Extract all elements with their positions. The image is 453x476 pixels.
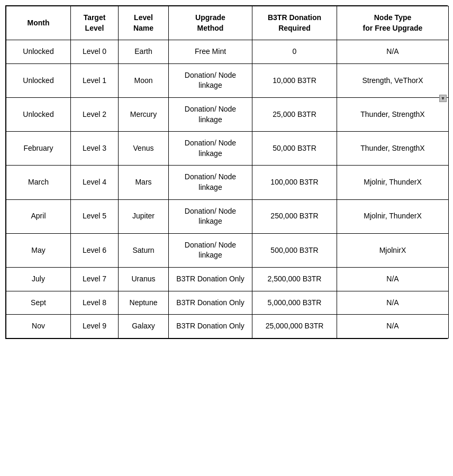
cell-donation: 250,000 B3TR [252, 199, 337, 233]
cell-upgrade: Donation/ Node linkage [169, 97, 252, 131]
header-target-level: TargetLevel [71, 6, 119, 40]
cell-nodetype: MjolnirX [337, 233, 449, 267]
cell-upgrade: Donation/ Node linkage [169, 233, 252, 267]
cell-name: Neptune [119, 291, 169, 315]
header-upgrade-method-label: UpgradeMethod [195, 13, 225, 32]
cell-donation: 25,000,000 B3TR [252, 315, 337, 338]
cell-month: July [6, 267, 71, 291]
header-month-label: Month [28, 19, 50, 27]
cell-name: Uranus [119, 267, 169, 291]
header-b3tr-donation: B3TR DonationRequired [252, 6, 337, 40]
upgrade-table-wrapper: ▼ Month TargetLevel LevelName UpgradeMet… [5, 5, 448, 339]
table-row: SeptLevel 8NeptuneB3TR Donation Only5,00… [6, 291, 449, 315]
cell-month: Sept [6, 291, 71, 315]
cell-donation: 10,000 B3TR [252, 63, 337, 97]
table-row: UnlockedLevel 2MercuryDonation/ Node lin… [6, 97, 449, 131]
cell-level: Level 3 [71, 132, 119, 166]
cell-upgrade: Donation/ Node linkage [169, 63, 252, 97]
cell-level: Level 7 [71, 267, 119, 291]
cell-level: Level 6 [71, 233, 119, 267]
cell-nodetype: Thunder, StrengthX [337, 132, 449, 166]
cell-month: Unlocked [6, 63, 71, 97]
header-node-type: Node Typefor Free Upgrade [337, 6, 449, 40]
cell-upgrade: Free Mint [169, 40, 252, 64]
cell-donation: 500,000 B3TR [252, 233, 337, 267]
cell-month: May [6, 233, 71, 267]
table-row: MayLevel 6SaturnDonation/ Node linkage50… [6, 233, 449, 267]
cell-month: Unlocked [6, 97, 71, 131]
cell-upgrade: B3TR Donation Only [169, 267, 252, 291]
table-row: UnlockedLevel 0EarthFree Mint0N/A [6, 40, 449, 64]
cell-donation: 25,000 B3TR [252, 97, 337, 131]
cell-month: Nov [6, 315, 71, 338]
cell-donation: 5,000,000 B3TR [252, 291, 337, 315]
header-level-name-label: LevelName [133, 13, 153, 32]
cell-nodetype: N/A [337, 40, 449, 64]
table-row: FebruaryLevel 3VenusDonation/ Node linka… [6, 132, 449, 166]
table-row: JulyLevel 7UranusB3TR Donation Only2,500… [6, 267, 449, 291]
cell-name: Earth [119, 40, 169, 64]
cell-donation: 0 [252, 40, 337, 64]
cell-level: Level 2 [71, 97, 119, 131]
cell-level: Level 4 [71, 166, 119, 199]
header-b3tr-donation-label: B3TR DonationRequired [268, 13, 321, 32]
cell-donation: 100,000 B3TR [252, 166, 337, 199]
table-row: UnlockedLevel 1MoonDonation/ Node linkag… [6, 63, 449, 97]
table-row: NovLevel 9GalaxyB3TR Donation Only25,000… [6, 315, 449, 338]
header-level-name: LevelName [119, 6, 169, 40]
cell-upgrade: Donation/ Node linkage [169, 199, 252, 233]
cell-upgrade: Donation/ Node linkage [169, 132, 252, 166]
cell-upgrade: B3TR Donation Only [169, 315, 252, 338]
cell-name: Galaxy [119, 315, 169, 338]
cell-donation: 50,000 B3TR [252, 132, 337, 166]
cell-month: Unlocked [6, 40, 71, 64]
cell-name: Mars [119, 166, 169, 199]
cell-level: Level 9 [71, 315, 119, 338]
cell-nodetype: N/A [337, 267, 449, 291]
cell-level: Level 5 [71, 199, 119, 233]
cell-nodetype: Strength, VeThorX [337, 63, 449, 97]
cell-month: March [6, 166, 71, 199]
scrollbar-down-icon[interactable]: ▼ [439, 95, 447, 102]
cell-month: April [6, 199, 71, 233]
table-row: AprilLevel 5JupiterDonation/ Node linkag… [6, 199, 449, 233]
cell-donation: 2,500,000 B3TR [252, 267, 337, 291]
table-row: MarchLevel 4MarsDonation/ Node linkage10… [6, 166, 449, 199]
cell-name: Jupiter [119, 199, 169, 233]
header-target-level-label: TargetLevel [84, 13, 106, 32]
cell-nodetype: N/A [337, 315, 449, 338]
upgrade-table: Month TargetLevel LevelName UpgradeMetho… [6, 6, 449, 338]
cell-name: Saturn [119, 233, 169, 267]
cell-name: Moon [119, 63, 169, 97]
cell-upgrade: B3TR Donation Only [169, 291, 252, 315]
cell-level: Level 1 [71, 63, 119, 97]
cell-upgrade: Donation/ Node linkage [169, 166, 252, 199]
cell-level: Level 8 [71, 291, 119, 315]
header-node-type-label: Node Typefor Free Upgrade [363, 13, 423, 32]
cell-level: Level 0 [71, 40, 119, 64]
header-upgrade-method: UpgradeMethod [169, 6, 252, 40]
table-body: UnlockedLevel 0EarthFree Mint0N/AUnlocke… [6, 40, 449, 338]
cell-month: February [6, 132, 71, 166]
cell-nodetype: Thunder, StrengthX [337, 97, 449, 131]
header-month: Month [6, 6, 71, 40]
cell-nodetype: Mjolnir, ThunderX [337, 199, 449, 233]
cell-name: Venus [119, 132, 169, 166]
cell-nodetype: N/A [337, 291, 449, 315]
cell-nodetype: Mjolnir, ThunderX [337, 166, 449, 199]
cell-name: Mercury [119, 97, 169, 131]
table-header-row: Month TargetLevel LevelName UpgradeMetho… [6, 6, 449, 40]
